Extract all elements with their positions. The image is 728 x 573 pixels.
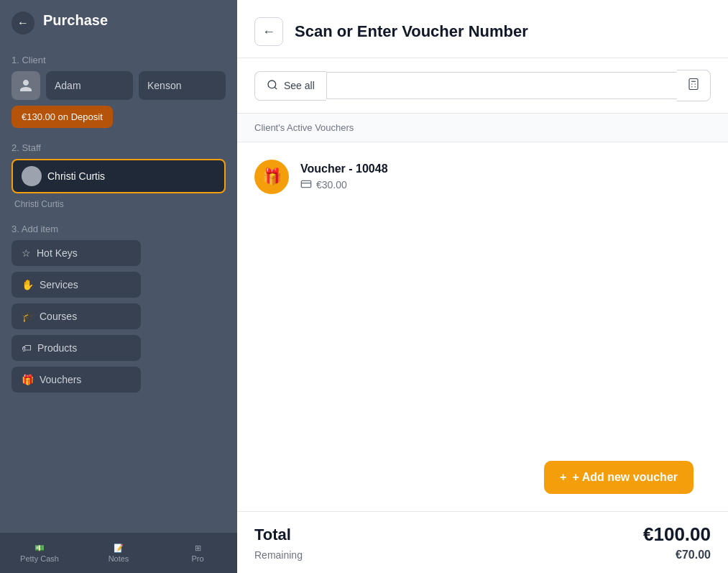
bg-staff-name-label: Christi Curtis (11, 199, 226, 209)
see-all-label: See all (284, 80, 315, 91)
bg-pro-icon: ⊞ (195, 544, 201, 553)
bg-pro-tab[interactable]: ⊞ Pro (158, 544, 237, 563)
footer-total-row: Total €100.00 (254, 523, 711, 546)
footer-total-label: Total (254, 526, 291, 544)
bg-services-label: Services (40, 279, 78, 290)
bg-bottom-bar: 💵 Petty Cash 📝 Notes ⊞ Pro (0, 533, 237, 573)
bg-petty-cash-icon: 💵 (34, 544, 45, 553)
bg-section-additem-label: 3. Add item (11, 224, 226, 234)
bg-products-button[interactable]: 🏷 Products (11, 335, 141, 361)
modal-footer: Total €100.00 Remaining €70.00 (237, 511, 728, 573)
calculator-icon (687, 81, 700, 93)
modal-back-icon: ← (262, 24, 275, 40)
bg-staff-name: Christi Curtis (47, 170, 105, 182)
voucher-item[interactable]: 🎁 Voucher - 10048 €30.00 (254, 154, 711, 200)
bg-back-button[interactable]: ← (11, 12, 34, 35)
bg-petty-cash-label: Petty Cash (20, 554, 59, 563)
bg-notes-label: Notes (109, 554, 129, 563)
bg-products-icon: 🏷 (22, 342, 32, 354)
voucher-gift-icon: 🎁 (254, 160, 289, 194)
bg-notes-tab[interactable]: 📝 Notes (79, 544, 158, 563)
bg-vouchers-label: Vouchers (40, 374, 81, 385)
bg-services-button[interactable]: ✋ Services (11, 272, 141, 298)
bg-staff-avatar (22, 166, 42, 186)
search-icon (267, 79, 278, 93)
bg-hotkeys-button[interactable]: ☆ Hot Keys (11, 240, 141, 266)
calculator-button[interactable] (677, 70, 711, 101)
svg-rect-7 (301, 180, 310, 187)
bg-notes-icon: 📝 (114, 544, 124, 553)
footer-remaining-label: Remaining (254, 549, 303, 561)
bg-client-row: Adam Kenson (11, 71, 226, 100)
modal-header: ← Scan or Enter Voucher Number (237, 0, 728, 58)
background-purchase-screen: ← Purchase 1. Client Adam Kenson €130.00… (0, 0, 237, 573)
voucher-amount: €30.00 (316, 179, 347, 191)
voucher-search-input[interactable] (326, 72, 677, 99)
voucher-list: 🎁 Voucher - 10048 €30.00 (237, 142, 728, 449)
plus-icon: + (560, 471, 566, 484)
bg-staff-button[interactable]: Christi Curtis (11, 159, 226, 193)
bg-pro-label: Pro (191, 554, 203, 563)
bg-courses-label: Courses (40, 311, 77, 322)
svg-rect-1 (689, 79, 698, 90)
bg-hotkeys-icon: ☆ (22, 247, 31, 259)
footer-remaining-row: Remaining €70.00 (254, 549, 711, 561)
voucher-details: Voucher - 10048 €30.00 (300, 162, 388, 192)
modal-search-row: See all (237, 58, 728, 114)
add-voucher-label: + Add new voucher (572, 471, 678, 484)
see-all-button[interactable]: See all (254, 71, 326, 101)
bg-add-item-section: ☆ Hot Keys ✋ Services 🎓 Courses 🏷 Produc… (11, 240, 226, 393)
bg-page-title: Purchase (43, 12, 108, 29)
modal-back-button[interactable]: ← (254, 17, 283, 46)
add-new-voucher-button[interactable]: + + Add new voucher (544, 461, 694, 494)
bg-vouchers-button[interactable]: 🎁 Vouchers (11, 367, 141, 393)
bg-vouchers-icon: 🎁 (22, 374, 34, 385)
bg-products-label: Products (37, 342, 77, 354)
modal-title: Scan or Enter Voucher Number (295, 22, 528, 41)
voucher-modal: ← Scan or Enter Voucher Number See all C… (237, 0, 728, 573)
bg-services-icon: ✋ (22, 279, 34, 290)
bg-courses-button[interactable]: 🎓 Courses (11, 303, 141, 329)
bg-client-last-name: Kenson (139, 71, 226, 100)
voucher-name: Voucher - 10048 (300, 162, 388, 175)
footer-remaining-value: €70.00 (676, 549, 711, 561)
voucher-card-icon (300, 178, 312, 192)
bg-hotkeys-label: Hot Keys (37, 247, 78, 259)
bg-staff-section: Christi Curtis Christi Curtis (11, 159, 226, 209)
active-vouchers-label: Client's Active Vouchers (237, 114, 728, 142)
bg-courses-icon: 🎓 (22, 311, 34, 322)
bg-client-first-name: Adam (46, 71, 133, 100)
footer-total-value: €100.00 (643, 523, 711, 546)
bg-section-client-label: 1. Client (11, 55, 226, 65)
voucher-amount-row: €30.00 (300, 178, 388, 192)
svg-point-0 (268, 81, 276, 88)
bg-client-avatar-icon (11, 71, 40, 100)
bg-section-staff-label: 2. Staff (11, 142, 226, 153)
bg-deposit-button[interactable]: €130.00 on Deposit (11, 106, 113, 128)
bg-petty-cash-tab[interactable]: 💵 Petty Cash (0, 544, 79, 563)
